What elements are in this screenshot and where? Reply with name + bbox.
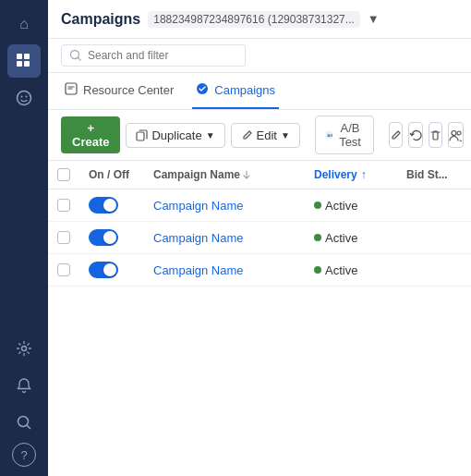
- undo-icon: [409, 128, 422, 141]
- smiley-icon[interactable]: [7, 81, 41, 115]
- duplicate-arrow: ▼: [206, 130, 215, 140]
- search-input[interactable]: [88, 49, 217, 62]
- name-sort-icon: [242, 169, 251, 180]
- row2-toggle[interactable]: [89, 229, 118, 246]
- edit-icon-button[interactable]: [389, 122, 403, 148]
- bell-icon[interactable]: [7, 369, 41, 402]
- row3-bid-cell: [397, 254, 471, 287]
- row2-check: [48, 222, 79, 254]
- svg-point-8: [18, 417, 29, 427]
- svg-point-15: [452, 130, 456, 135]
- table-row: Campaign Name Active: [48, 254, 471, 287]
- row3-status-dot: [314, 266, 321, 274]
- tab-row: Resource Center Campaigns: [48, 73, 471, 110]
- sidebar: ⌂: [0, 0, 48, 476]
- row3-delivery-cell: Active: [305, 254, 397, 287]
- account-id: 188234987234897616 (129038731327...: [148, 11, 360, 28]
- settings-icon[interactable]: [7, 332, 41, 365]
- search-wrap: [61, 44, 246, 67]
- row2-campaign-link[interactable]: Campaign Name: [153, 231, 244, 245]
- row3-check: [48, 254, 79, 287]
- row1-check: [48, 189, 79, 222]
- row1-bid-cell: [397, 189, 471, 222]
- row2-name-cell: Campaign Name: [144, 222, 305, 254]
- searchbar: [48, 39, 471, 73]
- sidebar-bottom: ?: [7, 332, 41, 476]
- svg-rect-1: [24, 54, 30, 59]
- campaign-name-header[interactable]: Campaign Name: [144, 161, 305, 189]
- row1-toggle[interactable]: [89, 197, 118, 214]
- campaigns-icon: [196, 82, 209, 98]
- topbar: Campaigns 188234987234897616 (1290387313…: [48, 0, 471, 39]
- duplicate-button[interactable]: Duplicate ▼: [126, 123, 224, 148]
- row3-delivery-status: Active: [325, 263, 357, 277]
- row3-campaign-link[interactable]: Campaign Name: [153, 263, 244, 277]
- svg-rect-3: [24, 61, 30, 67]
- svg-point-6: [26, 96, 28, 98]
- tab-resource-center[interactable]: Resource Center: [61, 73, 177, 109]
- duplicate-label: Duplicate: [151, 128, 201, 142]
- undo-button[interactable]: [408, 122, 423, 148]
- toolbar: + Create Duplicate ▼ Edit ▼ A/B A/B Test: [48, 110, 471, 161]
- row2-delivery-cell: Active: [305, 222, 397, 254]
- svg-point-11: [197, 83, 208, 94]
- row1-delivery-status: Active: [325, 199, 357, 213]
- sidebar-top: ⌂: [7, 7, 41, 332]
- create-button[interactable]: + Create: [61, 116, 120, 153]
- duplicate-icon: [136, 129, 148, 141]
- row2-checkbox[interactable]: [57, 231, 70, 244]
- edit-arrow: ▼: [281, 130, 290, 140]
- account-dropdown[interactable]: ▼: [368, 12, 380, 26]
- edit-label: Edit: [257, 128, 277, 142]
- tab-campaigns[interactable]: Campaigns: [192, 73, 279, 109]
- table-row: Campaign Name Active: [48, 189, 471, 222]
- row2-status-dot: [314, 234, 321, 241]
- search-sidebar-icon[interactable]: [7, 406, 41, 439]
- row1-delivery-cell: Active: [305, 189, 397, 222]
- row1-campaign-link[interactable]: Campaign Name: [153, 199, 244, 213]
- svg-point-16: [457, 131, 461, 135]
- row2-toggle-cell: [79, 222, 144, 254]
- row3-checkbox[interactable]: [57, 263, 70, 276]
- table-row: Campaign Name Active: [48, 222, 471, 254]
- row3-name-cell: Campaign Name: [144, 254, 305, 287]
- tab-campaigns-label: Campaigns: [214, 83, 275, 97]
- chevron-down-icon: ▼: [368, 12, 380, 26]
- row2-bid-cell: [397, 222, 471, 254]
- campaigns-table: On / Off Campaign Name Delivery: [48, 161, 471, 287]
- page-title: Campaigns: [61, 11, 140, 28]
- svg-rect-0: [17, 54, 22, 59]
- svg-point-4: [18, 92, 31, 105]
- svg-point-5: [21, 96, 23, 98]
- tab-resource-center-label: Resource Center: [83, 83, 174, 97]
- delivery-sort-arrow: ↑: [361, 168, 367, 181]
- home-icon[interactable]: ⌂: [7, 7, 41, 41]
- main-content: Campaigns 188234987234897616 (1290387313…: [48, 0, 471, 476]
- select-all-checkbox[interactable]: [57, 168, 70, 181]
- row2-delivery-status: Active: [325, 231, 357, 245]
- svg-rect-2: [17, 61, 22, 67]
- svg-rect-12: [137, 132, 144, 140]
- people-button[interactable]: [448, 122, 464, 148]
- row1-toggle-cell: [79, 189, 144, 222]
- abtest-label: A/B Test: [336, 121, 363, 149]
- table-header-row: On / Off Campaign Name Delivery: [48, 161, 471, 189]
- trash-icon: [429, 129, 441, 141]
- edit-button[interactable]: Edit ▼: [231, 123, 300, 148]
- svg-text:A/B: A/B: [327, 133, 332, 138]
- help-icon[interactable]: ?: [12, 443, 36, 467]
- select-all-header: [48, 161, 79, 189]
- bid-strategy-header: Bid St...: [397, 161, 471, 189]
- grid-icon[interactable]: [7, 44, 41, 78]
- row3-toggle-cell: [79, 254, 144, 287]
- row1-name-cell: Campaign Name: [144, 189, 305, 222]
- row1-status-dot: [314, 201, 321, 209]
- abtest-button[interactable]: A/B A/B Test: [315, 116, 374, 154]
- delivery-header[interactable]: Delivery ↑: [305, 161, 397, 189]
- campaigns-table-wrap: On / Off Campaign Name Delivery: [48, 161, 471, 476]
- row1-checkbox[interactable]: [57, 199, 70, 212]
- delete-button[interactable]: [429, 122, 442, 148]
- on-off-header: On / Off: [79, 161, 144, 189]
- abtest-icon: A/B: [325, 128, 333, 141]
- row3-toggle[interactable]: [89, 262, 118, 278]
